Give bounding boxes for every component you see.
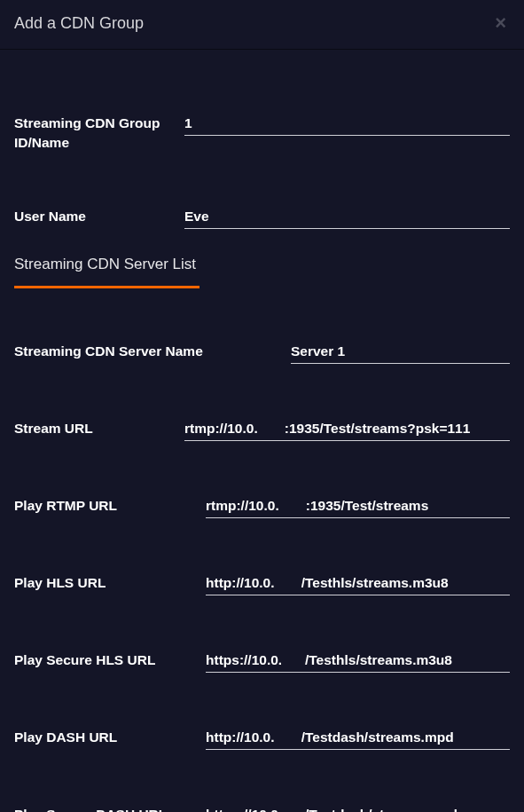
server-section: Streaming CDN Server Name Stream URL Pla…	[14, 342, 510, 812]
field-group-id-name: Streaming CDN Group ID/Name	[14, 114, 510, 152]
field-server-name: Streaming CDN Server Name	[14, 342, 510, 364]
play-dash-url-label: Play DASH URL	[14, 728, 206, 747]
tab-server-list[interactable]: Streaming CDN Server List	[14, 256, 199, 288]
modal-title: Add a CDN Group	[14, 14, 144, 33]
field-play-rtmp-url: Play RTMP URL	[14, 496, 510, 518]
stream-url-label: Stream URL	[14, 419, 184, 438]
play-dash-url-input[interactable]	[206, 728, 510, 750]
play-rtmp-url-input[interactable]	[206, 496, 510, 518]
field-play-dash-url: Play DASH URL	[14, 728, 510, 750]
play-rtmp-url-label: Play RTMP URL	[14, 496, 206, 516]
play-hls-url-label: Play HLS URL	[14, 573, 206, 593]
play-secure-dash-url-label: Play Secure DASH URL	[14, 805, 206, 812]
server-name-input-wrap	[291, 342, 510, 364]
field-user-name: User Name	[14, 207, 510, 229]
field-play-hls-url: Play HLS URL	[14, 573, 510, 595]
modal-header: Add a CDN Group ×	[0, 0, 524, 50]
play-secure-hls-url-input[interactable]	[206, 650, 510, 673]
user-name-label: User Name	[14, 207, 184, 226]
play-hls-url-input-wrap	[206, 573, 510, 595]
user-name-input[interactable]	[184, 207, 510, 229]
play-dash-url-input-wrap	[206, 728, 510, 750]
close-icon[interactable]: ×	[491, 13, 510, 33]
play-rtmp-url-input-wrap	[206, 496, 510, 518]
field-play-secure-hls-url: Play Secure HLS URL	[14, 650, 510, 673]
user-name-input-wrap	[184, 207, 510, 229]
group-id-name-input[interactable]	[184, 114, 510, 136]
play-hls-url-input[interactable]	[206, 573, 510, 595]
play-secure-hls-url-input-wrap	[206, 650, 510, 673]
stream-url-input[interactable]	[184, 419, 510, 441]
modal-body: Streaming CDN Group ID/Name User Name St…	[0, 50, 524, 812]
field-play-secure-dash-url: Play Secure DASH URL	[14, 805, 510, 812]
field-stream-url: Stream URL	[14, 419, 510, 441]
play-secure-hls-url-label: Play Secure HLS URL	[14, 650, 206, 670]
group-id-name-input-wrap	[184, 114, 510, 136]
stream-url-input-wrap	[184, 419, 510, 441]
group-id-name-label: Streaming CDN Group ID/Name	[14, 114, 184, 152]
server-name-label: Streaming CDN Server Name	[14, 342, 291, 361]
play-secure-dash-url-input[interactable]	[206, 805, 510, 812]
play-secure-dash-url-input-wrap	[206, 805, 510, 812]
server-name-input[interactable]	[291, 342, 510, 364]
